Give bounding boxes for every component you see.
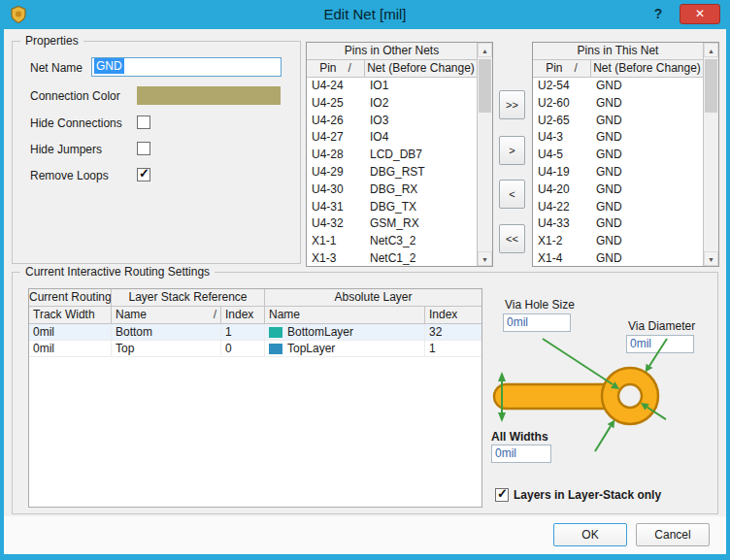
- pin-cell[interactable]: U4-33: [533, 215, 591, 233]
- pin-cell[interactable]: U4-29: [307, 164, 365, 181]
- scrollbar-thumb[interactable]: [705, 59, 717, 113]
- all-widths-input[interactable]: 0mil: [491, 445, 551, 463]
- net-cell[interactable]: GND: [591, 215, 622, 233]
- pin-cell[interactable]: X1-2: [533, 233, 591, 250]
- scrollbar-track[interactable]: [704, 57, 718, 251]
- scroll-up-icon[interactable]: ▲: [478, 43, 492, 57]
- pin-cell[interactable]: U4-28: [307, 147, 365, 164]
- scroll-down-icon[interactable]: ▼: [704, 251, 718, 266]
- pin-cell[interactable]: X1-4: [533, 250, 591, 266]
- track-width-column-header[interactable]: Track Width: [29, 307, 112, 323]
- layers-in-stack-checkbox[interactable]: [495, 488, 509, 502]
- move-all-left-button[interactable]: <<: [499, 224, 525, 253]
- pin-cell[interactable]: U4-30: [307, 181, 365, 199]
- table-row[interactable]: U4-29DBG_RST: [307, 164, 477, 181]
- table-row[interactable]: U4-20GND: [533, 181, 703, 199]
- close-button[interactable]: ✕: [680, 4, 720, 24]
- pins-other-scrollbar[interactable]: ▲ ▼: [477, 43, 492, 266]
- net-cell[interactable]: DBG_TX: [365, 199, 416, 216]
- pin-cell[interactable]: U4-5: [533, 147, 591, 164]
- net-cell[interactable]: NetC3_2: [365, 233, 415, 250]
- net-name-input[interactable]: GND: [91, 57, 282, 77]
- scrollbar-thumb[interactable]: [479, 59, 491, 113]
- net-column-header[interactable]: Net (Before Change): [365, 60, 477, 77]
- net-cell[interactable]: DBG_RST: [365, 164, 425, 181]
- pin-cell[interactable]: X1-3: [307, 250, 365, 266]
- net-cell[interactable]: GND: [591, 113, 622, 130]
- table-row[interactable]: U2-54GND: [533, 78, 703, 95]
- abs-name-column-header[interactable]: Name: [265, 307, 425, 323]
- pin-cell[interactable]: X1-1: [307, 233, 365, 250]
- table-row[interactable]: U4-24IO1: [307, 78, 477, 95]
- table-row[interactable]: U2-60GND: [533, 95, 703, 113]
- pin-cell[interactable]: U4-22: [533, 199, 591, 216]
- table-row[interactable]: U4-26IO3: [307, 113, 477, 130]
- net-column-header[interactable]: Net (Before Change): [591, 60, 703, 77]
- pin-cell[interactable]: U4-19: [533, 164, 591, 181]
- table-row[interactable]: X1-4GND: [533, 250, 703, 266]
- pin-cell[interactable]: U2-60: [533, 95, 591, 113]
- table-row[interactable]: U4-32GSM_RX: [307, 215, 477, 233]
- pin-cell[interactable]: U4-20: [533, 181, 591, 199]
- table-row[interactable]: U2-65GND: [533, 113, 703, 130]
- net-cell[interactable]: GND: [591, 95, 622, 113]
- pin-cell[interactable]: U4-3: [533, 129, 591, 147]
- move-right-button[interactable]: >: [499, 136, 525, 165]
- routing-row[interactable]: 0milTop0TopLayer1: [29, 341, 481, 357]
- net-cell[interactable]: GND: [591, 233, 622, 250]
- table-row[interactable]: U4-30DBG_RX: [307, 181, 477, 199]
- net-cell[interactable]: DBG_RX: [365, 181, 417, 199]
- pin-cell[interactable]: U4-24: [307, 78, 365, 95]
- net-cell[interactable]: GND: [591, 181, 622, 199]
- net-cell[interactable]: GND: [591, 78, 622, 95]
- connection-color-swatch[interactable]: [137, 86, 281, 105]
- scroll-up-icon[interactable]: ▲: [704, 43, 718, 57]
- scrollbar-track[interactable]: [478, 57, 492, 251]
- ref-index-column-header[interactable]: Index: [221, 307, 265, 323]
- pin-column-header[interactable]: Pin/: [533, 60, 591, 77]
- net-cell[interactable]: NetC1_2: [365, 250, 415, 266]
- pin-cell[interactable]: U2-54: [533, 78, 591, 95]
- pins-this-scrollbar[interactable]: ▲ ▼: [703, 43, 718, 266]
- table-row[interactable]: U4-3GND: [533, 129, 703, 147]
- net-cell[interactable]: GND: [591, 129, 622, 147]
- net-cell[interactable]: GND: [591, 199, 622, 216]
- net-cell[interactable]: IO3: [365, 113, 388, 130]
- table-row[interactable]: X1-1NetC3_2: [307, 233, 477, 250]
- net-cell[interactable]: GND: [591, 147, 622, 164]
- net-cell[interactable]: IO4: [365, 129, 388, 147]
- scroll-down-icon[interactable]: ▼: [478, 251, 492, 266]
- net-cell[interactable]: IO1: [365, 78, 388, 95]
- table-row[interactable]: X1-2GND: [533, 233, 703, 250]
- table-row[interactable]: U4-33GND: [533, 215, 703, 233]
- abs-index-column-header[interactable]: Index: [425, 307, 481, 323]
- via-hole-size-input[interactable]: 0mil: [503, 313, 571, 332]
- pin-cell[interactable]: U4-27: [307, 129, 365, 147]
- table-row[interactable]: X1-3NetC1_2: [307, 250, 477, 266]
- pin-cell[interactable]: U2-65: [533, 113, 591, 130]
- pin-column-header[interactable]: Pin/: [307, 60, 365, 77]
- table-row[interactable]: U4-28LCD_DB7: [307, 147, 477, 164]
- pin-cell[interactable]: U4-32: [307, 215, 365, 233]
- table-row[interactable]: U4-19GND: [533, 164, 703, 181]
- table-row[interactable]: U4-22GND: [533, 199, 703, 216]
- hide-jumpers-checkbox[interactable]: [137, 142, 150, 155]
- move-all-right-button[interactable]: >>: [499, 90, 525, 119]
- pin-cell[interactable]: U4-26: [307, 113, 365, 130]
- remove-loops-checkbox[interactable]: [137, 168, 150, 181]
- hide-connections-checkbox[interactable]: [137, 115, 150, 129]
- routing-row[interactable]: 0milBottom1BottomLayer32: [29, 324, 481, 341]
- table-row[interactable]: U4-31DBG_TX: [307, 199, 477, 216]
- net-cell[interactable]: LCD_DB7: [365, 147, 422, 164]
- pin-cell[interactable]: U4-25: [307, 95, 365, 113]
- pin-cell[interactable]: U4-31: [307, 199, 365, 216]
- net-cell[interactable]: GSM_RX: [365, 215, 419, 233]
- net-cell[interactable]: GND: [591, 250, 622, 266]
- ok-button[interactable]: OK: [553, 523, 627, 546]
- ref-name-column-header[interactable]: Name/: [112, 307, 221, 323]
- table-row[interactable]: U4-5GND: [533, 147, 703, 164]
- help-button[interactable]: ?: [648, 4, 668, 24]
- net-cell[interactable]: GND: [591, 164, 622, 181]
- cancel-button[interactable]: Cancel: [636, 523, 710, 546]
- move-left-button[interactable]: <: [499, 180, 525, 209]
